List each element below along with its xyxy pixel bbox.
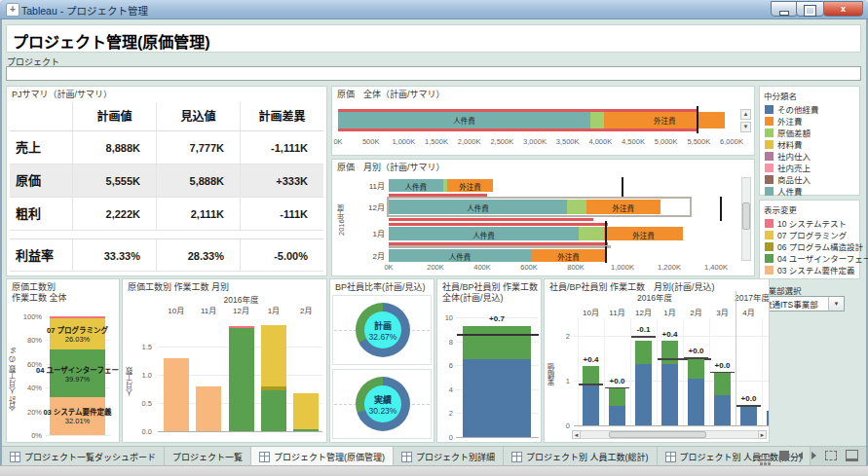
bar-segment[interactable]	[229, 328, 254, 431]
bar-segment[interactable]	[261, 386, 286, 390]
bar-segment-forecast[interactable]	[609, 387, 625, 406]
table-cell: 7,777K	[156, 131, 240, 165]
bar-segment[interactable]: 人件費	[338, 112, 590, 128]
horizontal-scrollbar-thumb[interactable]	[609, 431, 706, 438]
legend-label: 03 システム要件定義	[777, 264, 855, 275]
sheet-sorter-icon[interactable]	[760, 455, 763, 458]
bar-segment[interactable]	[590, 112, 604, 128]
work-total-panel: 原価工数別 作業工数 全体 合計 人月工数 の %100%80%60%40%20…	[6, 278, 120, 443]
minimize-button[interactable]	[771, 1, 798, 17]
sheet-tab-4[interactable]: プロジェクト別詳細	[394, 447, 504, 466]
business-unit-dropdown[interactable]: 流通ITS事業部 ▼	[759, 296, 845, 311]
bar-segment[interactable]	[229, 326, 254, 329]
bar-segment[interactable]	[293, 393, 319, 429]
chevron-down-icon[interactable]: ▼	[828, 297, 844, 311]
scroll-left-button[interactable]: ◄	[572, 430, 581, 439]
bar-segment[interactable]	[261, 390, 286, 431]
next-sheet-icon[interactable]	[811, 452, 816, 459]
legend-swatch	[765, 140, 774, 149]
bar-segment-label: 人件費	[389, 230, 579, 240]
legend-item[interactable]: 06 プログラム構造設計	[765, 240, 859, 252]
scroll-right-button[interactable]: ►	[758, 430, 767, 439]
page-title: プロジェクト管理(原価管理)	[13, 29, 210, 53]
legend-swatch	[765, 219, 774, 228]
emp-total-panel: 社員/BP社員別 作業工数 全体(計画/見込) 1086420+0.7	[436, 278, 542, 443]
vertical-scrollbar-thumb[interactable]	[742, 202, 750, 230]
dashboard-grid-icon	[511, 452, 522, 462]
axis-tick-label: 0	[558, 421, 570, 430]
bar-segment-forecast[interactable]	[583, 366, 599, 384]
bar-segment[interactable]: 外注費	[604, 227, 682, 240]
close-button[interactable]: x	[823, 1, 863, 17]
bar-segment[interactable]: 07 プログラミング26.03%	[50, 318, 105, 349]
fullscreen-icon[interactable]	[825, 451, 837, 460]
sheet-tab-1[interactable]: プロジェクト一覧ダッシュボード	[2, 447, 165, 466]
bar-segment-plan[interactable]	[463, 359, 531, 437]
diff-label: +0.7	[463, 314, 531, 323]
window-titlebar[interactable]: + Tableau - プロジェクト管理 x	[0, 0, 868, 19]
bar-segment-plan[interactable]	[714, 395, 731, 425]
legend-item[interactable]: 人件費	[765, 185, 859, 197]
legend-item[interactable]: 外注費	[765, 115, 859, 127]
legend-swatch	[765, 231, 774, 239]
cost-total-panel: 原価 全体（計画/サマリ） 人件費外注費0K500K1,000K1,500K2,…	[331, 86, 755, 156]
bar-segment-plan[interactable]	[740, 405, 757, 425]
actual-bar[interactable]	[389, 218, 593, 221]
bar-segment[interactable]	[579, 227, 604, 240]
bar-segment-plan[interactable]	[767, 411, 770, 425]
year-axis-label: 2017年度	[733, 291, 770, 303]
bar-segment[interactable]: 04 ユーザインターフェー39.97%	[50, 349, 105, 397]
legend-item[interactable]: 社内仕入	[765, 150, 859, 162]
bar-segment-forecast[interactable]	[635, 341, 652, 364]
bar-segment-plan[interactable]	[609, 406, 625, 425]
bar-segment[interactable]: 人件費	[389, 179, 443, 192]
emp-total-plot: 1086420+0.7	[437, 279, 542, 443]
bar-segment[interactable]: 外注費	[447, 179, 492, 192]
axis-tick-label: 500K	[354, 137, 389, 146]
bar-segment[interactable]: 人件費	[389, 227, 579, 240]
legend-item[interactable]: 材料費	[765, 138, 859, 150]
maximize-button[interactable]	[796, 1, 824, 17]
legend-item[interactable]: 商品仕入	[765, 173, 859, 185]
bar-segment-plan[interactable]	[635, 364, 652, 425]
sheet-tab-5[interactable]: プロジェクト別 人員工数(総計)	[504, 447, 658, 466]
bar-segment[interactable]	[196, 386, 221, 431]
bar-segment-pct: 32.01%	[50, 417, 105, 425]
legend-item[interactable]: その他経費	[765, 103, 859, 115]
sheet-tab-2[interactable]: プロジェクト一覧	[165, 447, 251, 466]
legend-item[interactable]: 社内売上	[765, 162, 859, 173]
presentation-mode-icon[interactable]	[846, 450, 858, 461]
project-filter-input[interactable]	[6, 66, 861, 81]
previous-sheet-icon[interactable]	[798, 452, 803, 459]
legend-phases: 表示変更 10 システムテスト07 プログラミング06 プログラム構造設計04 …	[759, 200, 860, 279]
legend-item[interactable]: 原価差額	[765, 127, 859, 138]
gray-bar[interactable]	[389, 245, 611, 248]
bar-segment-plan[interactable]	[661, 364, 678, 425]
bar-segment-forecast[interactable]	[688, 357, 704, 379]
bar-segment[interactable]: 03 システム要件定義32.01%	[50, 397, 105, 435]
legend-item[interactable]: 07 プログラミング	[765, 229, 859, 240]
axis-baseline	[456, 437, 539, 438]
legend-item[interactable]: 03 システム要件定義	[765, 264, 859, 275]
bar-segment[interactable]	[293, 429, 319, 431]
filmstrip-icon[interactable]	[779, 451, 789, 460]
bar-segment-plan[interactable]	[583, 384, 599, 425]
bar-segment-forecast[interactable]	[661, 341, 678, 364]
scroll-down-button[interactable]: ▼	[740, 122, 751, 132]
scroll-up-button[interactable]: ▲	[740, 109, 751, 120]
legend-item[interactable]: 04 ユーザインターフェー..	[765, 252, 859, 264]
bar-segment-forecast[interactable]	[463, 326, 531, 359]
reference-line	[697, 106, 698, 133]
dashboard-grid-icon	[10, 452, 20, 462]
bar-segment[interactable]	[261, 325, 286, 386]
diff-label: +0.0	[735, 394, 764, 403]
bar-segment[interactable]: 外注費	[531, 249, 606, 262]
legend-item[interactable]: 10 システムテスト	[765, 217, 859, 229]
bar-segment-forecast[interactable]	[714, 372, 731, 395]
bar-segment[interactable]: 人件費	[389, 249, 531, 262]
sheet-tab-3[interactable]: プロジェクト管理(原価管理)	[251, 447, 394, 466]
bar-segment[interactable]	[164, 358, 189, 431]
actual-bar[interactable]	[389, 223, 608, 226]
bar-segment-plan[interactable]	[688, 379, 704, 425]
bar-segment[interactable]: 外注費	[604, 112, 725, 128]
